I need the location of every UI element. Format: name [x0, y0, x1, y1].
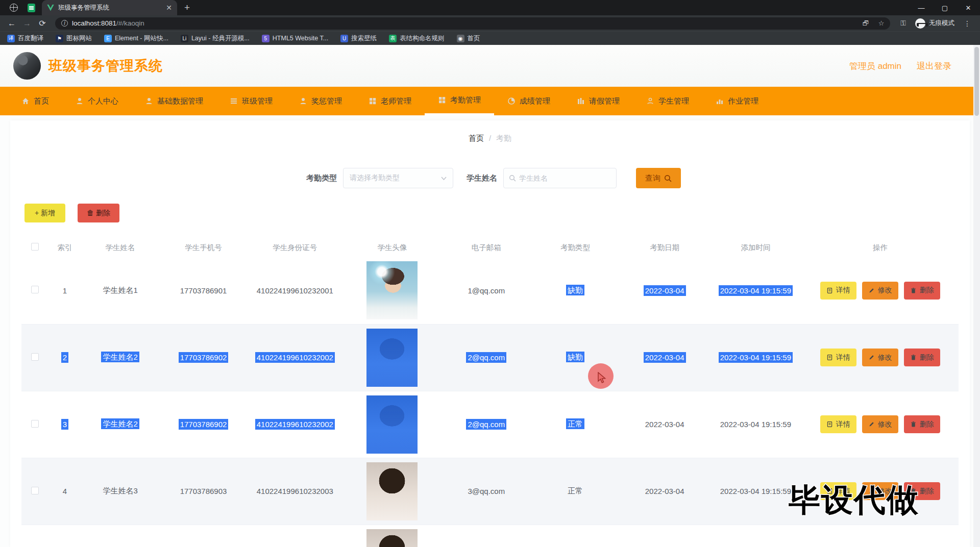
row-action-label: 详情 — [836, 286, 850, 295]
bookmark-star-icon[interactable]: ☆ — [878, 19, 885, 27]
bookmark-item[interactable]: 表表结构命名规则 — [389, 34, 445, 43]
incognito-icon — [915, 18, 925, 29]
breadcrumb-separator: / — [489, 134, 491, 143]
add-button[interactable]: + 新增 — [24, 204, 65, 222]
row-edit-button[interactable]: 修改 — [862, 282, 898, 300]
nav-item-班级管理[interactable]: 班级管理 — [216, 87, 286, 115]
cursor-icon — [597, 372, 608, 384]
nav-item-成绩管理[interactable]: 成绩管理 — [494, 87, 564, 115]
back-button[interactable]: ← — [5, 17, 18, 30]
close-window-button[interactable]: ✕ — [957, 0, 980, 15]
row-checkbox[interactable] — [31, 487, 39, 494]
select-all-checkbox[interactable] — [31, 243, 39, 251]
flag-icon: ⚑ — [56, 35, 63, 42]
pinned-tab-globe[interactable] — [9, 3, 18, 12]
added-time-cell: 2022-03-04 19:15:59 — [720, 487, 791, 495]
bookmark-label: Layui - 经典开源模... — [191, 34, 250, 43]
student-phone-cell: 17703786902 — [179, 352, 229, 363]
row-action-label: 详情 — [836, 353, 850, 362]
student-name-cell: 学生姓名2 — [101, 418, 139, 429]
search-icon — [664, 175, 672, 182]
attendance-type-select[interactable]: 请选择考勤类型 — [343, 168, 453, 188]
bookmark-item[interactable]: EElement - 网站快... — [104, 34, 168, 43]
student-avatar — [366, 261, 418, 319]
nav-item-老师管理[interactable]: 老师管理 — [355, 87, 425, 115]
translate-page-icon[interactable]: 🗗 — [863, 19, 869, 27]
student-email-cell: 2@qq.com — [466, 419, 506, 430]
bookmark-item[interactable]: LiLayui - 经典开源模... — [181, 34, 250, 43]
document-icon — [826, 287, 833, 294]
main-nav: 首页个人中心基础数据管理班级管理奖惩管理老师管理考勤管理成绩管理请假管理学生管理… — [0, 87, 980, 115]
nav-item-首页[interactable]: 首页 — [8, 87, 62, 115]
breadcrumb-home[interactable]: 首页 — [469, 134, 484, 143]
student-name-cell: 学生姓名3 — [103, 486, 137, 495]
nav-item-请假管理[interactable]: 请假管理 — [564, 87, 633, 115]
close-tab-icon[interactable]: ✕ — [166, 4, 172, 12]
row-delete-button[interactable]: 删除 — [904, 282, 940, 300]
row-checkbox[interactable] — [31, 420, 39, 428]
active-tab[interactable]: 班级事务管理系统 ✕ — [42, 0, 177, 15]
attendance-type-cell: 正常 — [568, 486, 583, 495]
search-icon — [509, 175, 516, 182]
chevron-down-icon — [441, 177, 447, 180]
bookmark-item[interactable]: 5HTML5 Website T... — [262, 35, 328, 42]
address-bar[interactable]: i localhost:8081/#/kaoqin 🗗 ☆ — [55, 17, 890, 30]
nav-item-作业管理[interactable]: 作业管理 — [702, 87, 772, 115]
nav-item-个人中心[interactable]: 个人中心 — [62, 87, 132, 115]
maximize-button[interactable]: ▢ — [933, 0, 957, 15]
forward-button[interactable]: → — [20, 17, 34, 30]
column-header: 考勤日期 — [620, 238, 709, 257]
row-index: 1 — [63, 286, 67, 295]
pinned-tab-sheets[interactable] — [27, 3, 36, 12]
nav-item-label: 成绩管理 — [520, 96, 550, 106]
student-avatar — [366, 529, 418, 547]
bookmark-item[interactable]: ◉首页 — [457, 34, 480, 43]
query-button[interactable]: 查询 — [636, 168, 681, 188]
logout-link[interactable]: 退出登录 — [917, 60, 951, 72]
row-detail-button[interactable]: 详情 — [820, 415, 856, 433]
browser-menu-icon[interactable]: ⋮ — [964, 19, 971, 28]
attendance-type-cell: 缺勤 — [566, 285, 584, 295]
user-outline-icon — [646, 97, 654, 105]
filter-bar: 考勤类型 请选择考勤类型 学生姓名 查询 — [10, 168, 970, 188]
student-id-cell: 410224199610232002 — [255, 419, 335, 430]
row-checkbox[interactable] — [31, 353, 39, 361]
bulk-delete-button[interactable]: 🗑 删除 — [78, 204, 119, 222]
nav-item-学生管理[interactable]: 学生管理 — [633, 87, 702, 115]
nav-item-基础数据管理[interactable]: 基础数据管理 — [132, 87, 216, 115]
row-edit-button[interactable]: 修改 — [862, 415, 898, 433]
row-edit-button[interactable]: 修改 — [862, 349, 898, 366]
password-key-icon[interactable]: ⚿ — [900, 19, 906, 28]
bookmark-item[interactable]: U搜索壁纸 — [340, 34, 377, 43]
nav-item-奖惩管理[interactable]: 奖惩管理 — [286, 87, 355, 115]
bookmark-item[interactable]: 译百度翻译 — [7, 34, 43, 43]
row-detail-button[interactable]: 详情 — [820, 282, 856, 300]
nav-item-label: 作业管理 — [728, 96, 758, 106]
student-id-cell: 410224199610232001 — [257, 286, 333, 295]
bookmark-item[interactable]: ⚑图标网站 — [56, 34, 92, 43]
student-name-input[interactable] — [519, 174, 606, 182]
page-scrollbar[interactable] — [973, 45, 980, 547]
sheets-icon — [28, 4, 35, 12]
url-host: localhost:8081 — [72, 19, 116, 27]
minimize-button[interactable]: — — [910, 0, 933, 15]
row-action-label: 修改 — [878, 286, 892, 295]
bookmark-label: 图标网站 — [66, 34, 92, 43]
grid-icon — [438, 96, 446, 104]
row-delete-button[interactable]: 删除 — [904, 415, 940, 433]
scrollbar-thumb[interactable] — [974, 47, 979, 116]
reload-button[interactable]: ⟳ — [36, 17, 49, 30]
new-tab-button[interactable]: + — [184, 2, 190, 13]
row-detail-button[interactable]: 详情 — [820, 349, 856, 366]
column-header: 学生手机号 — [159, 238, 247, 257]
page-info-icon[interactable]: i — [61, 20, 68, 27]
student-phone-cell: 17703786902 — [179, 419, 229, 430]
nav-item-考勤管理[interactable]: 考勤管理 — [425, 87, 494, 115]
row-checkbox[interactable] — [31, 286, 39, 293]
nav-item-label: 学生管理 — [658, 96, 689, 106]
delete-button-label: 删除 — [96, 209, 110, 217]
student-phone-cell: 17703786903 — [180, 487, 227, 495]
row-action-label: 删除 — [920, 487, 934, 496]
row-delete-button[interactable]: 删除 — [904, 349, 940, 366]
vue-logo-icon — [47, 5, 54, 11]
